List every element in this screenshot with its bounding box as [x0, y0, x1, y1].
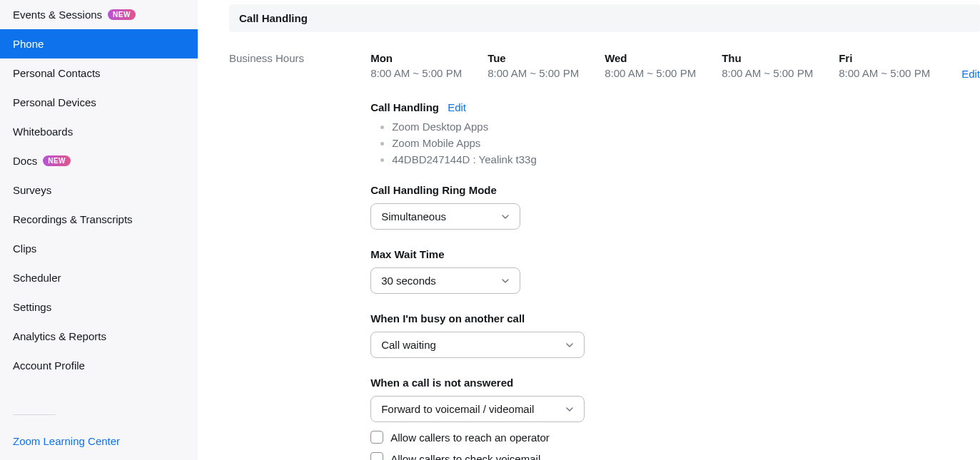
sidebar-item-account-profile[interactable]: Account Profile [0, 351, 198, 380]
sidebar-item-settings[interactable]: Settings [0, 292, 198, 322]
day-label: Fri [839, 52, 939, 64]
allow-operator-checkbox[interactable] [370, 431, 383, 444]
sidebar-item-label: Docs [13, 155, 37, 167]
select-value: Forward to voicemail / videomail [381, 403, 534, 415]
main-content: Call Handling Business Hours Mon 8:00 AM… [198, 0, 980, 460]
sidebar-item-label: Settings [13, 301, 51, 313]
hours-col-thu: Thu 8:00 AM ~ 5:00 PM [722, 52, 822, 79]
divider [13, 414, 56, 415]
allow-operator-label: Allow callers to reach an operator [390, 431, 550, 444]
sidebar-footer: Zoom Learning Center [0, 402, 198, 460]
sidebar-item-label: Scheduler [13, 272, 61, 284]
hours-col-fri: Fri 8:00 AM ~ 5:00 PM [839, 52, 939, 79]
allow-voicemail-label: Allow callers to check voicemail [390, 453, 540, 461]
sidebar-item-label: Analytics & Reports [13, 330, 106, 342]
sidebar-item-recordings-transcripts[interactable]: Recordings & Transcripts [0, 205, 198, 234]
business-hours-row: Business Hours Mon 8:00 AM ~ 5:00 PM Tue… [229, 52, 980, 460]
sidebar-item-label: Surveys [13, 184, 51, 196]
not-answered-select[interactable]: Forward to voicemail / videomail [370, 396, 585, 422]
business-hours-label: Business Hours [229, 52, 370, 460]
sidebar-item-phone[interactable]: Phone [0, 29, 198, 58]
chevron-down-icon [501, 277, 510, 285]
hours-col-tue: Tue 8:00 AM ~ 5:00 PM [488, 52, 587, 79]
day-label: Tue [488, 52, 587, 64]
sidebar-item-clips[interactable]: Clips [0, 234, 198, 263]
business-hours-grid: Mon 8:00 AM ~ 5:00 PM Tue 8:00 AM ~ 5:00… [370, 52, 980, 80]
sidebar: Events & Sessions NEW Phone Personal Con… [0, 0, 198, 460]
sidebar-item-label: Phone [13, 38, 44, 50]
day-time: 8:00 AM ~ 5:00 PM [722, 67, 822, 79]
allow-voicemail-checkbox[interactable] [370, 452, 383, 460]
ring-mode-label: Call Handling Ring Mode [370, 184, 980, 196]
day-time: 8:00 AM ~ 5:00 PM [605, 67, 704, 79]
sidebar-item-whiteboards[interactable]: Whiteboards [0, 117, 198, 146]
zoom-learning-center-link[interactable]: Zoom Learning Center [13, 435, 120, 447]
select-value: 30 seconds [381, 275, 436, 287]
when-busy-select[interactable]: Call waiting [370, 332, 585, 358]
sidebar-item-label: Whiteboards [13, 126, 73, 138]
list-item: Zoom Desktop Apps [392, 121, 980, 133]
hours-col-mon: Mon 8:00 AM ~ 5:00 PM [370, 52, 470, 79]
when-busy-label: When I'm busy on another call [370, 312, 980, 324]
sidebar-item-label: Recordings & Transcripts [13, 213, 133, 225]
sidebar-item-scheduler[interactable]: Scheduler [0, 263, 198, 292]
hours-col-wed: Wed 8:00 AM ~ 5:00 PM [605, 52, 704, 79]
call-handling-title: Call Handling [370, 101, 439, 113]
sidebar-item-label: Clips [13, 242, 36, 255]
select-value: Call waiting [381, 339, 436, 351]
sidebar-item-personal-devices[interactable]: Personal Devices [0, 88, 198, 117]
day-time: 8:00 AM ~ 5:00 PM [370, 67, 470, 79]
sidebar-item-label: Personal Devices [13, 96, 96, 108]
day-time: 8:00 AM ~ 5:00 PM [488, 67, 587, 79]
new-badge: NEW [108, 9, 136, 20]
max-wait-select[interactable]: 30 seconds [370, 267, 520, 294]
sidebar-item-personal-contacts[interactable]: Personal Contacts [0, 58, 198, 88]
chevron-down-icon [501, 213, 510, 221]
section-header: Call Handling [229, 4, 980, 32]
day-label: Mon [370, 52, 470, 64]
day-time: 8:00 AM ~ 5:00 PM [839, 67, 939, 79]
sidebar-item-label: Events & Sessions [13, 9, 102, 21]
list-item: Zoom Mobile Apps [392, 137, 980, 149]
allow-voicemail-row: Allow callers to check voicemail [370, 452, 980, 460]
sidebar-item-surveys[interactable]: Surveys [0, 175, 198, 205]
call-handling-device-list: Zoom Desktop Apps Zoom Mobile Apps 44DBD… [370, 121, 980, 165]
select-value: Simultaneous [381, 210, 446, 223]
not-answered-label: When a call is not answered [370, 377, 980, 389]
call-handling-subheader: Call Handling Edit [370, 101, 980, 113]
chevron-down-icon [565, 341, 574, 349]
sidebar-item-analytics-reports[interactable]: Analytics & Reports [0, 322, 198, 351]
ring-mode-select[interactable]: Simultaneous [370, 203, 520, 230]
sidebar-item-events-sessions[interactable]: Events & Sessions NEW [0, 0, 198, 29]
sidebar-item-label: Personal Contacts [13, 67, 101, 79]
business-hours-edit-link[interactable]: Edit [961, 52, 980, 80]
sidebar-item-docs[interactable]: Docs NEW [0, 146, 198, 175]
allow-operator-row: Allow callers to reach an operator [370, 431, 980, 444]
call-handling-edit-link[interactable]: Edit [448, 101, 466, 113]
sidebar-item-label: Account Profile [13, 359, 85, 372]
chevron-down-icon [565, 405, 574, 414]
max-wait-label: Max Wait Time [370, 248, 980, 260]
day-label: Thu [722, 52, 822, 64]
list-item: 44DBD247144D : Yealink t33g [392, 153, 980, 165]
sidebar-items: Events & Sessions NEW Phone Personal Con… [0, 0, 198, 402]
new-badge: NEW [43, 155, 71, 166]
day-label: Wed [605, 52, 704, 64]
